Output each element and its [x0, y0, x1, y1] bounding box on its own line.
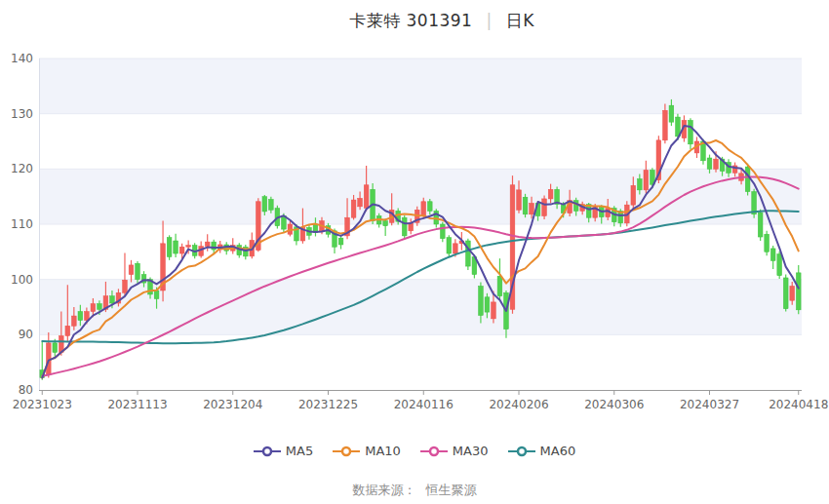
candle-body: [269, 200, 274, 211]
candle-body: [777, 254, 782, 276]
candle-body: [707, 158, 712, 169]
candle-body: [123, 280, 128, 292]
candle-body: [765, 234, 770, 252]
background-band: [39, 280, 802, 335]
source-value: 恒生聚源: [426, 483, 477, 497]
candle-body: [669, 105, 674, 122]
y-axis-tick-label: 90: [19, 328, 33, 341]
candle-body: [530, 203, 534, 213]
x-axis-tick-label: 20240116: [394, 398, 454, 411]
candle-body: [523, 197, 528, 214]
candle-body: [714, 159, 719, 169]
x-axis-tick-label: 20240306: [584, 398, 644, 411]
candle-body: [402, 217, 407, 236]
candle-body: [167, 238, 172, 257]
candle-body: [364, 185, 369, 209]
candle-body: [548, 189, 553, 199]
data-source-note: 数据来源：恒生聚源: [0, 482, 829, 499]
candle-body: [154, 291, 159, 299]
candle-body: [479, 286, 484, 315]
candle-body: [758, 213, 763, 237]
candle-body: [186, 246, 191, 248]
y-axis-tick-label: 120: [11, 162, 33, 175]
legend-label-ma30: MA30: [453, 444, 489, 458]
candle-body: [644, 170, 649, 189]
x-axis-tick-label: 20240206: [489, 398, 548, 411]
x-axis-tick-label: 20231113: [107, 398, 167, 411]
candle-body: [497, 276, 502, 295]
candle-body: [136, 263, 140, 279]
candle-body: [78, 312, 83, 321]
candle-body: [129, 265, 134, 275]
candle-body: [466, 241, 471, 266]
legend-label-ma10: MA10: [365, 444, 401, 458]
y-axis-tick-label: 100: [11, 273, 33, 287]
ma10-line-marker-icon: [333, 446, 360, 457]
candle-body: [174, 241, 178, 253]
candle-body: [179, 247, 184, 253]
candle-body: [663, 110, 668, 140]
source-label: 数据来源：: [353, 483, 416, 497]
candle-body: [485, 297, 490, 312]
x-axis-tick-label: 20231023: [13, 398, 72, 411]
y-axis-tick-label: 80: [19, 383, 33, 397]
candle-body: [790, 286, 795, 300]
candle-body: [338, 238, 343, 245]
candle-body: [770, 249, 775, 260]
candle-body: [351, 200, 356, 217]
stock-chart-app: 卡莱特 301391|日K 80901001101201301402023102…: [0, 0, 829, 504]
candle-body: [492, 302, 496, 319]
background-band: [39, 58, 802, 114]
legend-item-ma10[interactable]: MA10: [333, 444, 401, 458]
chart-legend: MA5 MA10 MA30 MA60: [0, 444, 829, 458]
candle-body: [745, 167, 750, 192]
y-axis-tick-label: 110: [11, 217, 33, 231]
ma5-line: [42, 126, 798, 377]
ma60-line-marker-icon: [508, 446, 535, 457]
candle-body: [637, 179, 642, 190]
candle-body: [421, 202, 426, 216]
candle-body: [53, 343, 58, 353]
candle-body: [783, 278, 788, 309]
candle-body: [631, 185, 636, 205]
candle-body: [110, 296, 115, 303]
candle-body: [796, 273, 801, 310]
ma30-line-marker-icon: [420, 446, 448, 457]
x-axis-tick-label: 20240327: [680, 398, 739, 411]
legend-item-ma30[interactable]: MA30: [420, 444, 489, 458]
candle-body: [71, 316, 76, 326]
candle-body: [383, 221, 388, 226]
legend-label-ma60: MA60: [540, 444, 576, 458]
kline-chart-canvas: 8090100110120130140202310232023111320231…: [0, 0, 829, 434]
ma5-line-marker-icon: [254, 446, 281, 457]
x-axis-tick-label: 20231225: [298, 398, 358, 411]
candlestick-series: [40, 99, 801, 380]
candle-body: [65, 326, 70, 335]
candle-body: [427, 202, 432, 212]
y-axis-tick-label: 130: [11, 107, 33, 121]
x-axis-tick-label: 20231204: [203, 398, 262, 411]
candle-body: [262, 197, 267, 212]
candle-body: [91, 304, 96, 312]
candle-body: [689, 120, 693, 143]
legend-item-ma5[interactable]: MA5: [254, 444, 313, 458]
legend-item-ma60[interactable]: MA60: [508, 444, 576, 458]
candle-body: [447, 238, 452, 253]
candle-body: [517, 190, 522, 210]
x-axis-tick-label: 20240418: [769, 398, 828, 411]
legend-label-ma5: MA5: [286, 444, 313, 458]
candle-body: [98, 304, 102, 310]
candle-body: [205, 242, 210, 247]
candle-body: [440, 224, 445, 239]
candle-body: [453, 244, 457, 253]
candle-body: [542, 199, 547, 216]
candle-body: [358, 198, 363, 207]
y-axis-tick-label: 140: [11, 52, 33, 65]
